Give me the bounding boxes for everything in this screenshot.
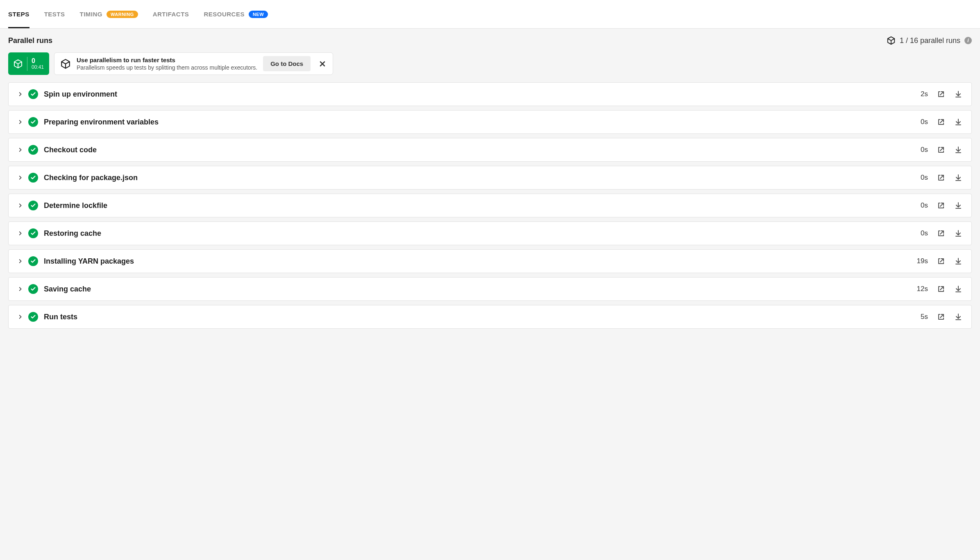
status-success-icon bbox=[28, 256, 38, 266]
step-name: Restoring cache bbox=[44, 229, 908, 238]
external-link-icon bbox=[937, 90, 945, 98]
external-link-icon bbox=[937, 229, 945, 237]
step-row[interactable]: Determine lockfile0s bbox=[8, 194, 972, 217]
status-success-icon bbox=[28, 201, 38, 210]
expand-toggle[interactable] bbox=[17, 230, 24, 236]
open-step-button[interactable] bbox=[936, 173, 946, 183]
tab-timing[interactable]: TIMING WARNING bbox=[80, 0, 138, 28]
step-duration: 0s bbox=[908, 174, 928, 182]
open-step-button[interactable] bbox=[936, 256, 946, 266]
external-link-icon bbox=[937, 146, 945, 154]
expand-toggle[interactable] bbox=[17, 258, 24, 264]
step-row[interactable]: Checking for package.json0s bbox=[8, 166, 972, 190]
download-icon bbox=[954, 201, 962, 210]
external-link-icon bbox=[937, 313, 945, 321]
step-duration: 0s bbox=[908, 201, 928, 210]
step-duration: 5s bbox=[908, 313, 928, 321]
open-step-button[interactable] bbox=[936, 117, 946, 127]
tab-label: RESOURCES bbox=[204, 11, 245, 18]
download-icon bbox=[954, 313, 962, 321]
download-step-button[interactable] bbox=[953, 284, 963, 294]
expand-toggle[interactable] bbox=[17, 175, 24, 181]
tab-resources[interactable]: RESOURCES NEW bbox=[204, 0, 268, 28]
tab-label: STEPS bbox=[8, 11, 29, 18]
run-duration: 00:41 bbox=[32, 64, 44, 70]
cube-icon bbox=[887, 36, 896, 45]
external-link-icon bbox=[937, 118, 945, 126]
status-success-icon bbox=[28, 284, 38, 294]
step-row[interactable]: Run tests5s bbox=[8, 305, 972, 329]
step-row[interactable]: Spin up environment2s bbox=[8, 82, 972, 106]
download-icon bbox=[954, 146, 962, 154]
step-name: Saving cache bbox=[44, 285, 908, 294]
tab-steps[interactable]: STEPS bbox=[8, 0, 29, 28]
open-step-button[interactable] bbox=[936, 228, 946, 238]
divider bbox=[27, 57, 27, 71]
run-index: 0 bbox=[32, 57, 44, 65]
info-icon[interactable]: i bbox=[964, 37, 972, 44]
status-success-icon bbox=[28, 117, 38, 127]
parallel-run-card[interactable]: 0 00:41 bbox=[8, 52, 49, 75]
open-step-button[interactable] bbox=[936, 284, 946, 294]
download-step-button[interactable] bbox=[953, 201, 963, 210]
expand-toggle[interactable] bbox=[17, 314, 24, 320]
tab-tests[interactable]: TESTS bbox=[44, 0, 65, 28]
external-link-icon bbox=[937, 201, 945, 210]
runs-count-label: 1 / 16 parallel runs bbox=[900, 36, 960, 45]
expand-toggle[interactable] bbox=[17, 203, 24, 208]
step-name: Determine lockfile bbox=[44, 201, 908, 210]
step-name: Preparing environment variables bbox=[44, 118, 908, 126]
status-success-icon bbox=[28, 312, 38, 322]
download-icon bbox=[954, 285, 962, 293]
steps-list: Spin up environment2sPreparing environme… bbox=[8, 82, 972, 329]
download-step-button[interactable] bbox=[953, 173, 963, 183]
download-icon bbox=[954, 90, 962, 98]
tab-artifacts[interactable]: ARTIFACTS bbox=[153, 0, 189, 28]
download-step-button[interactable] bbox=[953, 145, 963, 155]
expand-toggle[interactable] bbox=[17, 91, 24, 97]
step-name: Checking for package.json bbox=[44, 174, 908, 182]
open-step-button[interactable] bbox=[936, 312, 946, 322]
step-duration: 0s bbox=[908, 118, 928, 126]
external-link-icon bbox=[937, 257, 945, 265]
download-step-button[interactable] bbox=[953, 117, 963, 127]
open-step-button[interactable] bbox=[936, 145, 946, 155]
close-icon bbox=[319, 60, 326, 68]
download-step-button[interactable] bbox=[953, 228, 963, 238]
expand-toggle[interactable] bbox=[17, 286, 24, 292]
cube-icon bbox=[60, 59, 71, 69]
tab-label: TIMING bbox=[80, 11, 103, 18]
download-step-button[interactable] bbox=[953, 312, 963, 322]
step-name: Spin up environment bbox=[44, 90, 908, 99]
step-duration: 2s bbox=[908, 90, 928, 98]
tab-label: TESTS bbox=[44, 11, 65, 18]
status-success-icon bbox=[28, 173, 38, 183]
download-icon bbox=[954, 229, 962, 237]
status-success-icon bbox=[28, 228, 38, 238]
step-row[interactable]: Restoring cache0s bbox=[8, 221, 972, 245]
promo-title: Use parallelism to run faster tests bbox=[77, 56, 257, 63]
parallelism-promo: Use parallelism to run faster tests Para… bbox=[54, 52, 333, 75]
step-row[interactable]: Checkout code0s bbox=[8, 138, 972, 162]
tab-label: ARTIFACTS bbox=[153, 11, 189, 18]
download-icon bbox=[954, 257, 962, 265]
new-badge: NEW bbox=[249, 11, 268, 18]
page-title: Parallel runs bbox=[8, 36, 52, 45]
step-duration: 19s bbox=[908, 257, 928, 265]
download-step-button[interactable] bbox=[953, 256, 963, 266]
step-name: Checkout code bbox=[44, 146, 908, 154]
step-name: Installing YARN packages bbox=[44, 257, 908, 266]
open-step-button[interactable] bbox=[936, 89, 946, 99]
step-row[interactable]: Installing YARN packages19s bbox=[8, 249, 972, 273]
step-row[interactable]: Saving cache12s bbox=[8, 277, 972, 301]
open-step-button[interactable] bbox=[936, 201, 946, 210]
expand-toggle[interactable] bbox=[17, 147, 24, 153]
download-step-button[interactable] bbox=[953, 89, 963, 99]
close-promo-button[interactable] bbox=[316, 58, 329, 70]
go-to-docs-button[interactable]: Go to Docs bbox=[263, 56, 311, 71]
status-success-icon bbox=[28, 89, 38, 99]
step-row[interactable]: Preparing environment variables0s bbox=[8, 110, 972, 134]
tab-bar: STEPS TESTS TIMING WARNING ARTIFACTS RES… bbox=[0, 0, 980, 29]
expand-toggle[interactable] bbox=[17, 119, 24, 125]
step-name: Run tests bbox=[44, 313, 908, 321]
